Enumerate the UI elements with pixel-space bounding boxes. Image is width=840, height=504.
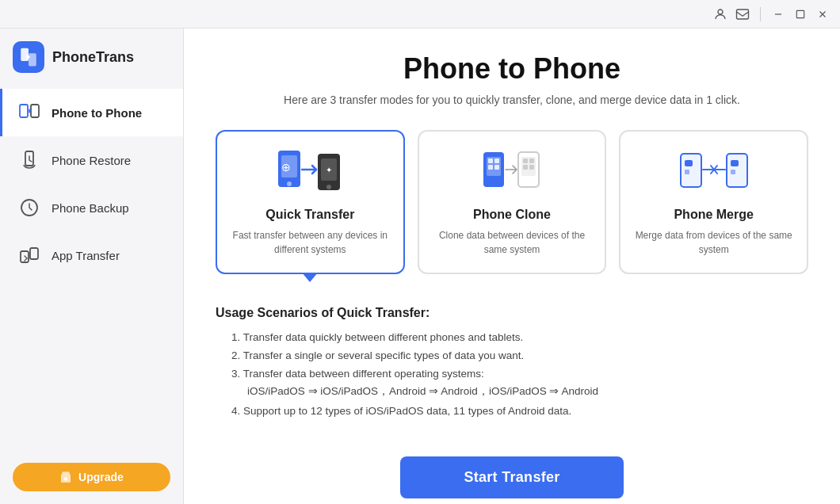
app-logo bbox=[13, 41, 44, 73]
mode-cards: ⊕ ✦ Quick Transfer Fast transfer between… bbox=[216, 130, 808, 274]
svg-point-18 bbox=[326, 185, 331, 189]
title-bar bbox=[0, 0, 840, 29]
sidebar-item-phone-restore[interactable]: Phone Restore bbox=[0, 136, 183, 184]
svg-rect-28 bbox=[523, 158, 528, 163]
sidebar-label-phone-to-phone: Phone to Phone bbox=[52, 106, 142, 120]
phone-to-phone-icon bbox=[18, 101, 40, 124]
scenario-item-1: 1. Transfer data quickly between differe… bbox=[231, 331, 808, 343]
phone-merge-title: Phone Merge bbox=[633, 208, 794, 222]
svg-rect-29 bbox=[529, 158, 534, 163]
sidebar-label-app-transfer: App Transfer bbox=[52, 249, 120, 262]
page-subtitle: Here are 3 transfer modes for you to qui… bbox=[216, 94, 808, 106]
svg-rect-11 bbox=[64, 478, 67, 480]
page-title: Phone to Phone bbox=[216, 52, 808, 86]
svg-rect-33 bbox=[681, 154, 701, 187]
sidebar: PhoneTrans Phone to Phone bbox=[0, 29, 184, 504]
main-content: Phone to Phone Here are 3 transfer modes… bbox=[184, 29, 840, 504]
start-transfer-button[interactable]: Start Transfer bbox=[400, 456, 623, 498]
scenarios-list: 1. Transfer data quickly between differe… bbox=[216, 331, 808, 417]
upgrade-label: Upgrade bbox=[78, 471, 124, 483]
phone-restore-icon bbox=[18, 149, 40, 171]
sidebar-item-app-transfer[interactable]: App Transfer bbox=[0, 231, 183, 279]
svg-rect-22 bbox=[488, 158, 493, 163]
svg-point-14 bbox=[287, 181, 292, 186]
sidebar-item-phone-to-phone[interactable]: Phone to Phone bbox=[0, 89, 183, 136]
phone-clone-icon bbox=[432, 147, 593, 198]
svg-point-0 bbox=[718, 10, 723, 14]
scenario-item-2: 2. Transfer a single or several specific… bbox=[231, 349, 808, 361]
scenarios-title: Usage Scenarios of Quick Transfer: bbox=[216, 306, 808, 320]
divider bbox=[760, 7, 761, 21]
app-transfer-icon bbox=[18, 244, 40, 266]
quick-transfer-title: Quick Transfer bbox=[230, 208, 391, 222]
svg-rect-39 bbox=[731, 170, 735, 174]
sidebar-item-phone-backup[interactable]: Phone Backup bbox=[0, 184, 183, 231]
scenario-item-4: 4. Support up to 12 types of iOS/iPadOS … bbox=[231, 405, 808, 417]
svg-rect-1 bbox=[737, 10, 749, 19]
scenario-sub-item: iOS/iPadOS ⇒ iOS/iPadOS，Android ⇒ Androi… bbox=[231, 384, 808, 399]
user-icon[interactable] bbox=[712, 6, 728, 22]
svg-rect-31 bbox=[529, 165, 534, 170]
svg-rect-35 bbox=[685, 170, 689, 174]
svg-rect-25 bbox=[494, 165, 499, 170]
mode-card-phone-clone[interactable]: Phone Clone Clone data between devices o… bbox=[418, 130, 607, 274]
sidebar-nav: Phone to Phone Phone Restore bbox=[0, 89, 183, 450]
svg-rect-4 bbox=[29, 53, 36, 66]
app-name-label: PhoneTrans bbox=[52, 49, 134, 66]
scenario-item-3: 3. Transfer data between different opera… bbox=[231, 368, 808, 380]
close-button[interactable] bbox=[815, 6, 830, 22]
phone-backup-icon bbox=[18, 197, 40, 219]
start-transfer-wrap: Start Transfer bbox=[216, 456, 808, 498]
email-icon[interactable] bbox=[735, 6, 750, 22]
phone-clone-title: Phone Clone bbox=[432, 208, 593, 222]
svg-text:⊕: ⊕ bbox=[281, 161, 291, 174]
mode-card-phone-merge[interactable]: Phone Merge Merge data from devices of t… bbox=[619, 130, 808, 274]
phone-merge-desc: Merge data from devices of the same syst… bbox=[633, 228, 794, 257]
svg-rect-30 bbox=[523, 165, 528, 170]
svg-rect-34 bbox=[685, 160, 693, 166]
svg-rect-10 bbox=[30, 248, 38, 259]
minimize-button[interactable] bbox=[770, 6, 786, 22]
svg-rect-23 bbox=[494, 158, 499, 163]
quick-transfer-desc: Fast transfer between any devices in dif… bbox=[230, 228, 391, 257]
sidebar-footer: Upgrade bbox=[0, 450, 183, 504]
scenarios-section: Usage Scenarios of Quick Transfer: 1. Tr… bbox=[216, 298, 808, 441]
svg-rect-37 bbox=[727, 154, 747, 187]
title-bar-controls bbox=[712, 6, 830, 22]
maximize-button[interactable] bbox=[792, 6, 808, 22]
svg-rect-2 bbox=[796, 10, 804, 17]
upgrade-button[interactable]: Upgrade bbox=[13, 463, 170, 491]
svg-rect-6 bbox=[31, 105, 39, 117]
svg-text:✦: ✦ bbox=[326, 166, 332, 174]
sidebar-label-phone-backup: Phone Backup bbox=[52, 201, 129, 215]
sidebar-label-phone-restore: Phone Restore bbox=[52, 154, 131, 167]
svg-rect-5 bbox=[20, 105, 28, 117]
svg-rect-24 bbox=[488, 165, 493, 170]
phone-clone-desc: Clone data between devices of the same s… bbox=[432, 228, 593, 257]
phone-merge-icon bbox=[633, 147, 794, 198]
svg-rect-38 bbox=[731, 160, 739, 166]
sidebar-header: PhoneTrans bbox=[0, 29, 183, 89]
mode-card-quick-transfer[interactable]: ⊕ ✦ Quick Transfer Fast transfer between… bbox=[216, 130, 405, 274]
quick-transfer-icon: ⊕ ✦ bbox=[230, 147, 391, 198]
